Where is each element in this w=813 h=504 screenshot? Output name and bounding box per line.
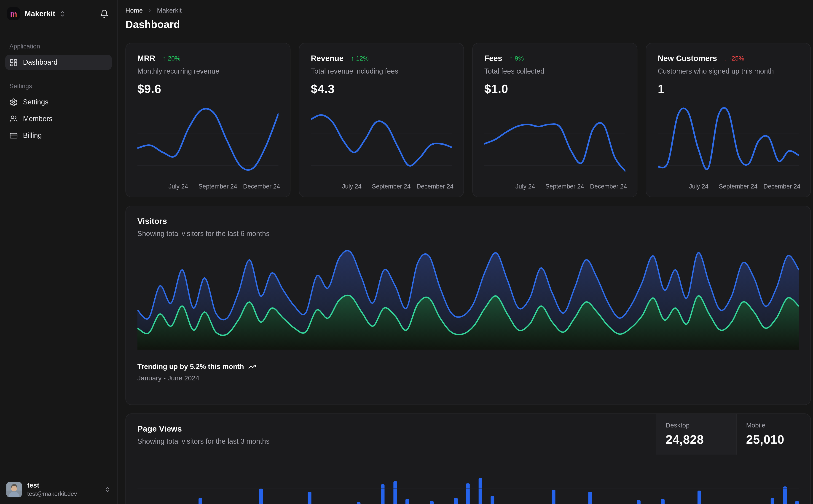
bar (466, 483, 470, 504)
stat-toggle-mobile[interactable]: Mobile 25,010 (736, 414, 810, 455)
spark-axis-label: December 24 (763, 183, 800, 190)
sparkline-chart (484, 102, 626, 180)
stat-description: Total revenue including fees (311, 67, 452, 75)
stat-description: Monthly recurring revenue (137, 67, 279, 75)
trend-arrow-icon: ↑ (351, 55, 354, 62)
app-window: m Makerkit Application Dashboard (0, 0, 813, 504)
bar (454, 498, 458, 504)
page-views-subtitle: Showing total visitors for the last 3 mo… (137, 437, 644, 445)
spark-axis-label: December 24 (243, 183, 280, 190)
sidebar-item-members[interactable]: Members (5, 111, 112, 126)
section-label-settings: Settings (5, 82, 112, 90)
trend-arrow-icon: ↑ (162, 55, 166, 62)
dashboard-icon (9, 58, 18, 67)
notifications-button[interactable] (100, 9, 109, 18)
stat-value: $9.6 (137, 82, 279, 96)
visitors-footer-secondary: January - June 2024 (137, 374, 799, 382)
trend-arrow-icon: ↓ (724, 55, 728, 62)
stat-card-revenue: Revenue ↑ 12% Total revenue including fe… (299, 43, 464, 197)
sparkline-chart (311, 102, 452, 180)
bar (551, 490, 555, 504)
spark-axis-label: July 24 (689, 183, 708, 190)
user-menu[interactable]: test test@makerkit.dev (0, 475, 117, 504)
visitors-title: Visitors (137, 217, 799, 226)
trending-up-icon (248, 363, 256, 371)
bar (259, 488, 263, 504)
workspace-switcher[interactable]: m Makerkit (7, 7, 66, 20)
stat-title: MRR (137, 54, 155, 63)
bar (381, 484, 385, 504)
breadcrumb-home[interactable]: Home (125, 7, 143, 14)
stat-card-new-customers: New Customers ↓ -25% Customers who signe… (646, 43, 811, 197)
spark-axis-label: July 24 (515, 183, 535, 190)
chevrons-up-down-icon (104, 486, 111, 493)
nav-section-settings: Settings Settings Members (5, 82, 112, 143)
trend-value: -25% (730, 55, 744, 62)
stat-card-mrr: MRR ↑ 20% Monthly recurring revenue $9.6… (125, 43, 291, 197)
bar (637, 500, 640, 504)
users-icon (9, 114, 18, 123)
chevrons-up-down-icon (59, 10, 66, 17)
spark-axis-label: July 24 (168, 183, 188, 190)
visitors-area-chart (137, 246, 799, 350)
page-views-bar-chart (137, 455, 799, 504)
bar (478, 478, 482, 504)
sidebar-nav: Application Dashboard Settings Settings (0, 43, 117, 155)
stat-title: New Customers (658, 54, 717, 63)
gear-icon (9, 98, 18, 106)
workspace-name: Makerkit (24, 9, 55, 18)
stat-card-fees: Fees ↑ 9% Total fees collected $1.0 July… (472, 43, 638, 197)
breadcrumb-current: Makerkit (157, 7, 181, 14)
stat-title: Revenue (311, 54, 344, 63)
chevron-right-icon (147, 8, 153, 13)
spark-axis-label: September 24 (372, 183, 410, 190)
bar (490, 496, 494, 504)
bar (308, 492, 312, 504)
bar (771, 498, 774, 504)
sidebar: m Makerkit Application Dashboard (0, 0, 117, 504)
stat-trend-badge: ↑ 12% (351, 55, 369, 62)
stat-trend-badge: ↑ 20% (162, 55, 180, 62)
spark-axis: July 24 September 24 December 24 (658, 183, 799, 191)
page-views-header: Page Views Showing total visitors for th… (126, 414, 810, 455)
spark-axis: July 24 September 24 December 24 (311, 183, 452, 191)
sidebar-item-settings[interactable]: Settings (5, 95, 112, 110)
stat-value: 1 (658, 82, 799, 96)
stat-title: Fees (484, 54, 502, 63)
nav-section-application: Application Dashboard (5, 43, 112, 70)
bar (661, 499, 665, 504)
bar (393, 481, 397, 504)
spark-axis-label: September 24 (719, 183, 757, 190)
page-title: Dashboard (125, 19, 811, 31)
makerkit-logo: m (7, 7, 20, 20)
bar (698, 491, 701, 504)
trend-value: 9% (515, 55, 524, 62)
trend-value: 12% (356, 55, 369, 62)
stat-description: Customers who signed up this month (658, 67, 799, 75)
sidebar-item-dashboard[interactable]: Dashboard (5, 55, 112, 70)
spark-axis: July 24 September 24 December 24 (484, 183, 626, 191)
bar (405, 499, 409, 504)
sidebar-item-label: Members (23, 115, 53, 123)
sparkline-chart (658, 102, 799, 180)
spark-axis-label: July 24 (342, 183, 362, 190)
stat-trend-badge: ↑ 9% (509, 55, 524, 62)
spark-axis-label: December 24 (590, 183, 627, 190)
user-email: test@makerkit.dev (27, 490, 77, 497)
main-content: Home Makerkit Dashboard MRR ↑ 20% Monthl… (117, 0, 813, 504)
page-views-card: Page Views Showing total visitors for th… (125, 413, 811, 504)
bar (430, 501, 433, 504)
spark-axis-label: December 24 (416, 183, 453, 190)
visitors-subtitle: Showing total visitors for the last 6 mo… (137, 230, 799, 237)
sidebar-item-billing[interactable]: Billing (5, 128, 112, 143)
breadcrumb: Home Makerkit (125, 7, 811, 14)
gridline (137, 488, 799, 489)
spark-axis-label: September 24 (545, 183, 584, 190)
bar (588, 492, 591, 504)
stat-trend-badge: ↓ -25% (724, 55, 744, 62)
stat-toggle-desktop[interactable]: Desktop 24,828 (656, 414, 736, 455)
sidebar-item-label: Billing (23, 132, 42, 139)
stat-value: $4.3 (311, 82, 452, 96)
visitors-footer-primary: Trending up by 5.2% this month (137, 363, 244, 371)
sidebar-item-label: Dashboard (23, 58, 58, 66)
